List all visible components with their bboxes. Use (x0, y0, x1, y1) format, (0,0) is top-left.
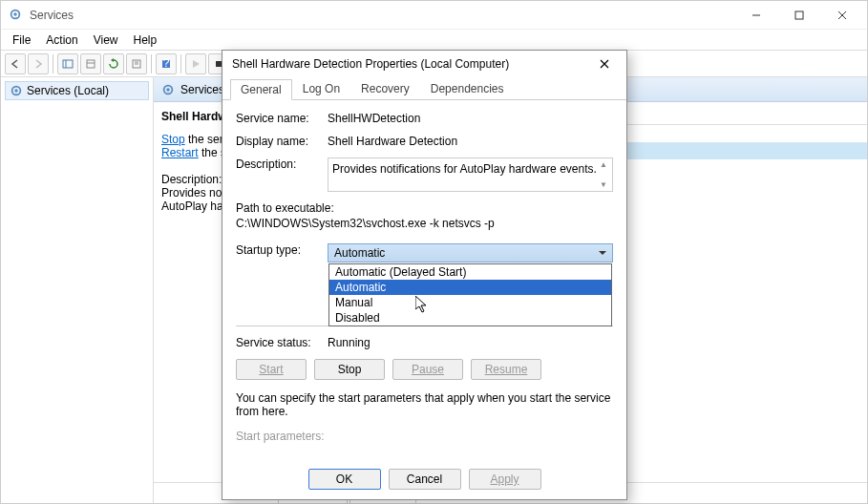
dialog-close-button[interactable] (592, 52, 617, 76)
tree-root-label: Services (Local) (27, 84, 109, 97)
services-icon (9, 8, 24, 23)
tab-logon[interactable]: Log On (292, 78, 350, 99)
apply-button[interactable]: Apply (469, 469, 541, 490)
help-button[interactable]: ? (156, 53, 177, 74)
startup-type-dropdown: Automatic (Delayed Start) Automatic Manu… (328, 263, 612, 326)
minimize-button[interactable] (734, 2, 777, 29)
start-params-label: Start parameters: (236, 430, 328, 443)
description-label: Description: (236, 158, 328, 171)
svg-point-1 (13, 12, 17, 16)
path-value: C:\WINDOWS\System32\svchost.exe -k netsv… (236, 217, 613, 230)
maximize-button[interactable] (777, 2, 820, 29)
svg-text:?: ? (163, 58, 170, 70)
startup-type-label: Startup type: (236, 243, 328, 257)
cancel-button[interactable]: Cancel (389, 469, 461, 490)
close-button[interactable] (820, 2, 863, 29)
svg-rect-2 (795, 11, 803, 19)
tab-general[interactable]: General (230, 79, 292, 100)
menu-help[interactable]: Help (126, 32, 165, 49)
svg-rect-3 (63, 60, 73, 68)
ok-button[interactable]: OK (308, 469, 381, 490)
startup-type-value: Automatic (334, 246, 385, 260)
pause-button[interactable]: Pause (392, 359, 463, 380)
menubar: File Action View Help (1, 30, 867, 51)
start-service-button[interactable] (185, 53, 206, 74)
service-name-label: Service name: (236, 112, 328, 125)
tree-pane: Services (Local) (1, 77, 154, 503)
properties-button[interactable] (80, 53, 101, 74)
display-name-value: Shell Hardware Detection (328, 135, 613, 148)
show-hide-button[interactable] (57, 53, 78, 74)
service-status-label: Service status: (236, 336, 328, 349)
option-disabled[interactable]: Disabled (329, 310, 611, 326)
start-button[interactable]: Start (236, 359, 307, 380)
back-button[interactable] (5, 53, 26, 74)
params-hint: You can specify the start parameters tha… (236, 391, 613, 418)
svg-point-15 (14, 89, 18, 93)
dialog-titlebar: Shell Hardware Detection Properties (Loc… (222, 51, 626, 77)
scroll-down-icon[interactable]: ▼ (597, 180, 610, 189)
stop-button[interactable]: Stop (314, 359, 385, 380)
window-title: Services (30, 9, 734, 22)
properties-dialog: Shell Hardware Detection Properties (Loc… (222, 50, 627, 500)
tab-dependencies[interactable]: Dependencies (420, 78, 515, 99)
startup-type-combo[interactable]: Automatic Automatic (Delayed Start) Auto… (328, 243, 613, 262)
tab-recovery[interactable]: Recovery (350, 78, 420, 99)
option-automatic-delayed[interactable]: Automatic (Delayed Start) (329, 264, 611, 280)
display-name-label: Display name: (236, 135, 328, 148)
export-button[interactable] (126, 53, 147, 74)
svg-point-17 (166, 88, 170, 92)
option-manual[interactable]: Manual (329, 295, 611, 310)
description-box: Provides notifications for AutoPlay hard… (328, 158, 613, 192)
stop-link[interactable]: Stop (161, 133, 185, 146)
menu-view[interactable]: View (86, 32, 126, 49)
dialog-tabs: General Log On Recovery Dependencies (222, 77, 626, 100)
service-status-value: Running (328, 336, 613, 349)
forward-button[interactable] (28, 53, 49, 74)
refresh-button[interactable] (103, 53, 124, 74)
description-text: Provides notifications for AutoPlay hard… (332, 162, 597, 176)
titlebar: Services (1, 1, 867, 30)
restart-link[interactable]: Restart (161, 146, 199, 159)
scroll-up-icon[interactable]: ▲ (597, 160, 610, 169)
service-name-value: ShellHWDetection (328, 112, 613, 125)
resume-button[interactable]: Resume (471, 359, 541, 380)
svg-rect-5 (87, 60, 95, 68)
menu-file[interactable]: File (5, 32, 38, 49)
menu-action[interactable]: Action (38, 32, 85, 49)
path-label: Path to executable: (236, 201, 613, 215)
option-automatic[interactable]: Automatic (329, 280, 611, 295)
dialog-title: Shell Hardware Detection Properties (Loc… (232, 57, 592, 71)
tree-services-local[interactable]: Services (Local) (5, 81, 149, 100)
